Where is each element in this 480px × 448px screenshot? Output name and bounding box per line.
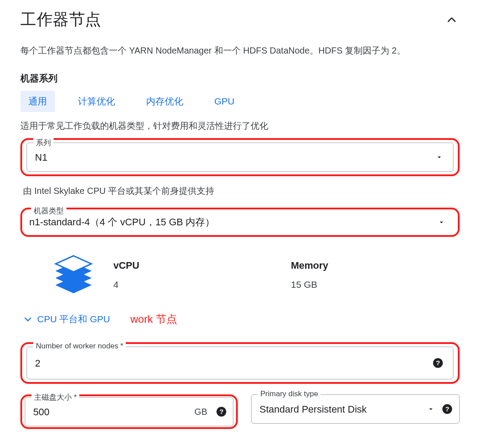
machine-type-field-value: n1-standard-4（4 个 vCPU，15 GB 内存） (29, 216, 215, 228)
machine-type-field-label: 机器类型 (31, 206, 66, 216)
series-field-value: N1 (35, 152, 47, 163)
svg-text:?: ? (436, 359, 440, 367)
help-icon[interactable]: ? (442, 404, 453, 414)
disk-size-highlight: 主磁盘大小 * 500 GB ? (20, 394, 238, 429)
machine-type-highlight: 机器类型 n1-standard-4（4 个 vCPU，15 GB 内存） (20, 208, 460, 237)
disk-row: 主磁盘大小 * 500 GB ? Primary disk type Stand… (20, 394, 460, 429)
chevron-up-icon[interactable] (444, 12, 460, 28)
caret-down-icon (437, 218, 445, 226)
spec-vcpu: vCPU 4 (113, 260, 282, 290)
help-icon[interactable]: ? (433, 358, 443, 368)
stack-icon (43, 248, 105, 301)
spec-memory-label: Memory (291, 260, 460, 271)
spec-vcpu-label: vCPU (113, 260, 282, 271)
svg-text:?: ? (219, 408, 223, 415)
disk-size-input[interactable]: 主磁盘大小 * 500 GB ? (25, 397, 233, 426)
cpu-gpu-expander-label: CPU 平台和 GPU (37, 313, 110, 325)
series-note: 由 Intel Skylake CPU 平台或其某个前身提供支持 (23, 185, 460, 197)
section-header: 工作器节点 (20, 9, 460, 31)
worker-count-input[interactable]: Number of worker nodes * 2 ? (27, 347, 453, 379)
section-description: 每个工作器节点都包含一个 YARN NodeManager 和一个 HDFS D… (20, 44, 460, 57)
machine-specs: vCPU 4 Memory 15 GB (43, 248, 460, 301)
machine-type-select[interactable]: 机器类型 n1-standard-4（4 个 vCPU，15 GB 内存） (25, 210, 455, 234)
disk-type-label: Primary disk type (258, 390, 321, 398)
caret-down-icon (427, 405, 435, 413)
machine-series-label: 机器系列 (20, 72, 460, 85)
cpu-gpu-row: CPU 平台和 GPU work 节点 (23, 312, 460, 326)
tab-general[interactable]: 通用 (20, 91, 55, 112)
spec-vcpu-value: 4 (113, 279, 282, 290)
cpu-gpu-expander[interactable]: CPU 平台和 GPU (23, 313, 110, 325)
disk-size-unit: GB (194, 407, 207, 417)
disk-type-wrap: Primary disk type Standard Persistent Di… (251, 394, 460, 424)
section-title: 工作器节点 (20, 9, 101, 31)
tab-memory-opt[interactable]: 内存优化 (138, 91, 191, 112)
spec-memory-value: 15 GB (291, 279, 460, 290)
disk-size-value: 500 (33, 406, 50, 417)
machine-series-helper: 适用于常见工作负载的机器类型，针对费用和灵活性进行了优化 (20, 120, 460, 132)
worker-count-value: 2 (35, 358, 40, 369)
series-field-label: 系列 (33, 138, 54, 148)
disk-type-value: Standard Persistent Disk (259, 404, 367, 415)
tab-compute-opt[interactable]: 计算优化 (70, 91, 123, 112)
machine-series-tabs: 通用 计算优化 内存优化 GPU (20, 91, 460, 112)
worker-count-highlight: Number of worker nodes * 2 ? (20, 342, 460, 384)
disk-size-label: 主磁盘大小 * (31, 392, 79, 402)
spec-memory: Memory 15 GB (291, 260, 460, 290)
worker-count-label: Number of worker nodes * (33, 342, 126, 351)
annotation-work-node: work 节点 (131, 312, 177, 326)
tab-gpu[interactable]: GPU (206, 92, 243, 111)
help-icon[interactable]: ? (216, 406, 227, 417)
caret-down-icon (435, 153, 443, 161)
series-highlight: 系列 N1 (20, 138, 460, 176)
svg-text:?: ? (445, 405, 449, 413)
series-select[interactable]: 系列 N1 (27, 143, 453, 172)
